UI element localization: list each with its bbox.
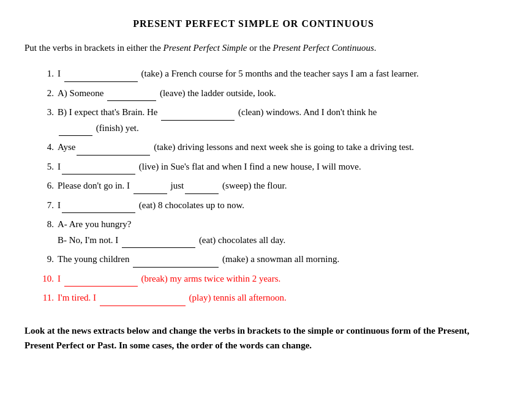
exercise-4: 4. Ayse (take) driving lessons and next … bbox=[37, 140, 483, 156]
ex-num-11: 11. bbox=[37, 290, 54, 306]
ex-content-7: I (eat) 8 chocolates up to now. bbox=[58, 198, 483, 214]
blank-3a bbox=[161, 111, 235, 121]
blank-8 bbox=[122, 238, 195, 248]
exercise-6: 6. Please don't go in. I just (sweep) th… bbox=[37, 178, 483, 194]
exercise-3: 3. B) I expect that's Brain. He (clean) … bbox=[37, 105, 483, 136]
ex-content-2: A) Someone (leave) the ladder outside, l… bbox=[58, 86, 483, 102]
exercise-5: 5. I (live) in Sue's flat and when I fin… bbox=[37, 159, 483, 175]
ex-num-4: 4. bbox=[37, 140, 54, 156]
ex-num-9: 9. bbox=[37, 252, 54, 268]
ex-num-5: 5. bbox=[37, 159, 54, 175]
blank-5 bbox=[62, 165, 135, 174]
ex-content-8: A- Are you hungry? B- No, I'm not. I (ea… bbox=[58, 217, 483, 248]
exercise-8: 8. A- Are you hungry? B- No, I'm not. I … bbox=[37, 217, 483, 248]
blank-10 bbox=[64, 277, 138, 287]
exercises-list: 1. I (take) a French course for 5 months… bbox=[37, 66, 483, 306]
ex-content-6: Please don't go in. I just (sweep) the f… bbox=[58, 178, 483, 194]
exercise-10: 10. I (break) my arms twice within 2 yea… bbox=[37, 271, 483, 287]
ex-num-3: 3. bbox=[37, 105, 54, 136]
blank-3b bbox=[59, 126, 92, 136]
blank-7 bbox=[62, 203, 135, 213]
ex-content-11: I'm tired. I (play) tennis all afternoon… bbox=[58, 290, 483, 306]
ex-content-5: I (live) in Sue's flat and when I find a… bbox=[58, 159, 483, 175]
instruction: Put the verbs in brackets in either the … bbox=[24, 40, 483, 55]
ex-num-8: 8. bbox=[37, 217, 54, 248]
exercise-7: 7. I (eat) 8 chocolates up to now. bbox=[37, 198, 483, 214]
ex-num-10: 10. bbox=[37, 271, 54, 287]
blank-2 bbox=[107, 91, 156, 101]
blank-1 bbox=[64, 72, 138, 82]
blank-9 bbox=[133, 258, 219, 268]
ex-num-2: 2. bbox=[37, 86, 54, 102]
ex-content-3: B) I expect that's Brain. He (clean) win… bbox=[58, 105, 483, 136]
exercise-9: 9. The young children (make) a snowman a… bbox=[37, 252, 483, 268]
blank-6a bbox=[133, 184, 167, 194]
blank-4 bbox=[77, 146, 150, 156]
page-title: PRESENT PERFECT SIMPLE OR CONTINUOUS bbox=[24, 18, 483, 29]
ex-num-6: 6. bbox=[37, 178, 54, 194]
exercise-1: 1. I (take) a French course for 5 months… bbox=[37, 66, 483, 82]
ex-content-9: The young children (make) a snowman all … bbox=[58, 252, 483, 268]
blank-6b bbox=[185, 184, 219, 194]
exercise-11: 11. I'm tired. I (play) tennis all after… bbox=[37, 290, 483, 306]
section2-title: Look at the news extracts below and chan… bbox=[24, 323, 483, 353]
ex-content-1: I (take) a French course for 5 months an… bbox=[58, 66, 483, 82]
ex-num-7: 7. bbox=[37, 198, 54, 214]
exercise-2: 2. A) Someone (leave) the ladder outside… bbox=[37, 86, 483, 102]
ex-content-10: I (break) my arms twice within 2 years. bbox=[58, 271, 483, 287]
ex-content-4: Ayse (take) driving lessons and next wee… bbox=[58, 140, 483, 156]
blank-11 bbox=[100, 296, 186, 306]
ex-num-1: 1. bbox=[37, 66, 54, 82]
